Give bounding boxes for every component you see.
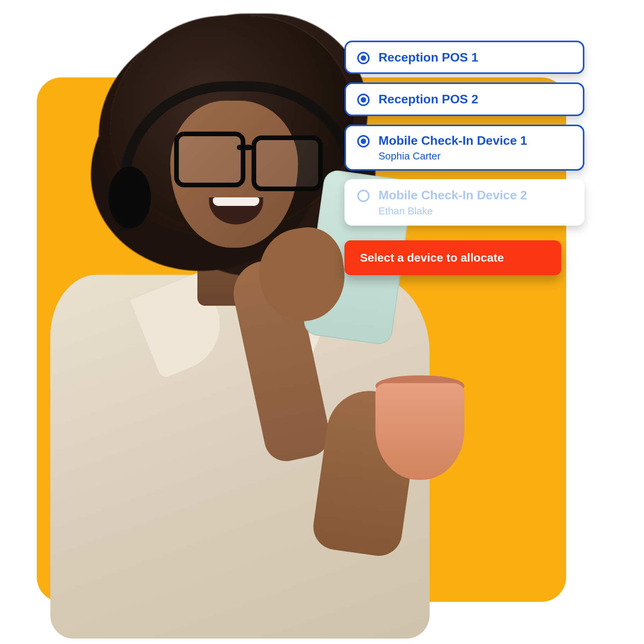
device-option-label: Reception POS 2	[379, 92, 478, 106]
svg-point-5	[361, 139, 366, 144]
device-option-list: Reception POS 1 Reception POS 2 Mobile C…	[344, 41, 584, 275]
radio-selected-icon	[357, 135, 370, 148]
radio-selected-icon	[357, 51, 370, 65]
device-option-assignee: Sophia Carter	[379, 150, 527, 162]
device-option-mobile-checkin-1[interactable]: Mobile Check-In Device 1 Sophia Carter	[344, 125, 584, 171]
device-option-reception-pos-1[interactable]: Reception POS 1	[344, 41, 584, 74]
device-option-label: Mobile Check-In Device 2	[379, 188, 527, 202]
allocate-device-button[interactable]: Select a device to allocate	[344, 240, 561, 275]
device-option-label: Mobile Check-In Device 1	[379, 133, 527, 148]
radio-selected-icon	[357, 93, 370, 106]
device-option-assignee: Ethan Blake	[379, 205, 527, 217]
svg-point-1	[361, 55, 366, 61]
device-option-reception-pos-2[interactable]: Reception POS 2	[344, 82, 584, 116]
svg-point-6	[358, 190, 369, 201]
svg-point-3	[361, 97, 366, 103]
device-option-label: Reception POS 1	[379, 50, 478, 65]
device-option-mobile-checkin-2[interactable]: Mobile Check-In Device 2 Ethan Blake	[344, 179, 584, 225]
radio-unselected-icon	[357, 189, 370, 202]
